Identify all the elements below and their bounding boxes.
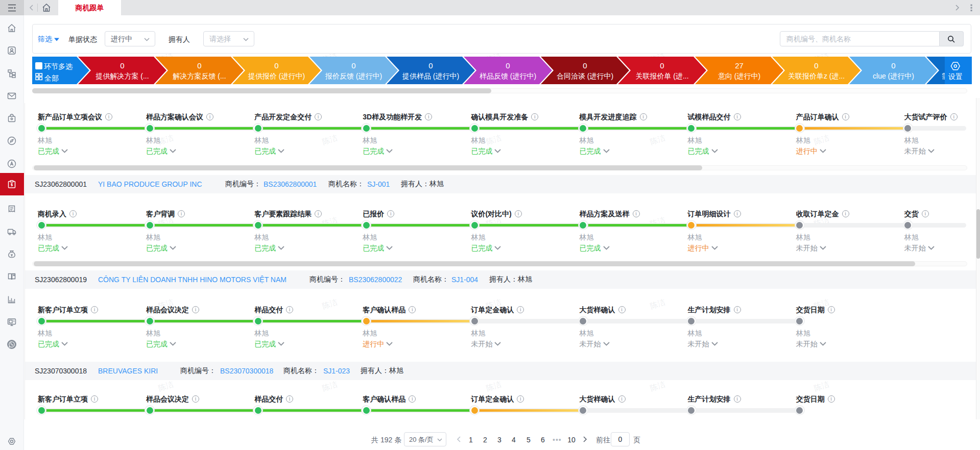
svg-text:0: 0	[351, 61, 355, 70]
svg-text:环节多选: 环节多选	[44, 62, 73, 70]
svg-text:提供样品 (进行中): 提供样品 (进行中)	[402, 72, 459, 80]
svg-text:27: 27	[735, 61, 744, 70]
svg-text:0: 0	[583, 61, 587, 70]
svg-text:全部: 全部	[44, 74, 59, 82]
svg-text:解决方案反馈 (...: 解决方案反馈 (...	[172, 72, 226, 80]
svg-text:0: 0	[197, 61, 201, 70]
svg-text:提供报价 (进行中): 提供报价 (进行中)	[248, 72, 305, 80]
svg-text:0: 0	[428, 61, 433, 70]
svg-text:0: 0	[506, 61, 510, 70]
svg-text:设置: 设置	[948, 72, 963, 81]
svg-text:0: 0	[814, 61, 818, 70]
svg-text:0: 0	[891, 61, 895, 70]
svg-text:0: 0	[274, 61, 278, 70]
svg-text:0: 0	[660, 61, 664, 70]
svg-text:关联报价单z (进...: 关联报价单z (进...	[788, 72, 845, 80]
svg-text:意向 (进行中): 意向 (进行中)	[718, 72, 760, 80]
svg-text:clue (进行中): clue (进行中)	[873, 72, 914, 80]
svg-text:报价反馈 (进行中): 报价反馈 (进行中)	[325, 72, 382, 80]
svg-text:关联报价单 (进...: 关联报价单 (进...	[635, 72, 688, 80]
svg-text:合同洽谈 (进行中): 合同洽谈 (进行中)	[557, 72, 613, 80]
svg-text:样品反馈 (进行中): 样品反馈 (进行中)	[480, 72, 536, 80]
svg-text:0: 0	[120, 61, 124, 70]
svg-text:提供解决方案 (...: 提供解决方案 (...	[95, 72, 149, 80]
